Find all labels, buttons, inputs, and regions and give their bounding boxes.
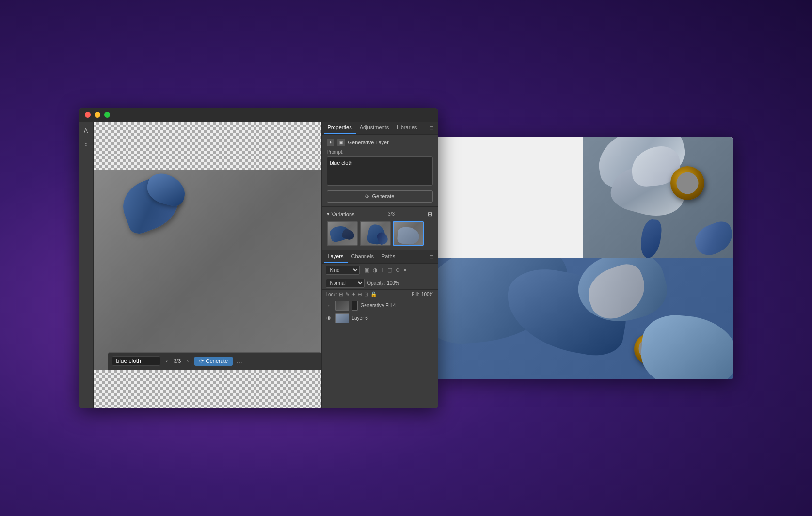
- close-button[interactable]: [85, 112, 91, 118]
- lock-row: Lock: ⊞ ✎ ✦ ⊕ ⊡ 🔒 Fill: 100%: [322, 290, 438, 299]
- shape-filter-icon[interactable]: ▢: [386, 266, 393, 274]
- layer-row-1[interactable]: ○ Generative Fill 4: [322, 299, 438, 312]
- layer-name-1: Generative Fill 4: [361, 303, 434, 308]
- opacity-value: 100%: [387, 281, 399, 286]
- image-top-right: [583, 137, 733, 258]
- prompt-label: Prompt:: [327, 149, 433, 155]
- generate-button[interactable]: ⟳ Generate: [327, 190, 433, 203]
- lock-all-icon[interactable]: ⊡: [364, 291, 368, 297]
- fill-label: Fill:: [412, 292, 419, 297]
- variation-thumb-3[interactable]: [393, 221, 424, 246]
- layer-thumb-1: [335, 301, 349, 311]
- layer-thumbnail-icon: ▣: [337, 139, 345, 146]
- lock-artboard-icon[interactable]: ⊕: [358, 291, 362, 297]
- tab-layers[interactable]: Layers: [324, 250, 348, 263]
- pixel-filter-icon[interactable]: ▣: [364, 266, 370, 274]
- right-panel: Properties Adjustments Libraries ≡ ✦ ▣ G…: [321, 122, 438, 408]
- generative-layer-title: Generative Layer: [348, 140, 389, 145]
- text-filter-icon[interactable]: T: [380, 266, 385, 274]
- generate-icon: ⟳: [199, 358, 204, 364]
- tab-channels[interactable]: Channels: [348, 250, 378, 263]
- lock-pixels-icon[interactable]: ⊞: [339, 291, 343, 297]
- generative-layer-header: ✦ ▣ Generative Layer Prompt: blue cloth …: [322, 135, 438, 207]
- fullscreen-button[interactable]: [104, 112, 110, 118]
- variations-row: [327, 221, 433, 246]
- smart-filter-icon[interactable]: ⊙: [395, 266, 401, 274]
- variation-thumb-2[interactable]: [360, 221, 391, 246]
- grid-view-icon[interactable]: ⊞: [428, 211, 432, 218]
- blend-mode-select[interactable]: Normal: [326, 279, 365, 288]
- generative-layer-icon: ✦: [327, 139, 334, 146]
- minimize-button[interactable]: [95, 112, 100, 118]
- layers-toolbar: Kind ▣ ◑ T ▢ ⊙ ●: [322, 264, 438, 277]
- layer-mask-1: [352, 301, 358, 311]
- variations-count: 3/3: [388, 211, 395, 217]
- canvas-prompt-input[interactable]: [112, 356, 160, 366]
- layer-name-2: Layer 6: [352, 315, 434, 321]
- lock-position-icon[interactable]: ✎: [345, 291, 350, 297]
- generate-icon: ⟳: [365, 193, 369, 200]
- image-top-left: [433, 137, 583, 258]
- adjustment-filter-icon[interactable]: ◑: [372, 266, 379, 274]
- tab-paths[interactable]: Paths: [378, 250, 399, 263]
- left-toolbar: A ↕: [79, 122, 94, 408]
- tab-adjustments[interactable]: Adjustments: [356, 122, 393, 134]
- blend-opacity-row: Normal Opacity: 100%: [322, 277, 438, 290]
- panel-menu-icon[interactable]: ≡: [428, 122, 435, 134]
- fill-value: 100%: [421, 292, 434, 297]
- variations-label: ▾ Variations: [327, 211, 355, 217]
- kind-filter-select[interactable]: Kind: [326, 266, 360, 275]
- opacity-label: Opacity:: [367, 281, 385, 286]
- lock-security-icon[interactable]: 🔒: [370, 291, 377, 297]
- layer-thumb-2: [335, 313, 349, 323]
- image-bottom: [433, 258, 733, 379]
- variation-counter: 3/3: [174, 358, 181, 364]
- titlebar: [79, 108, 438, 122]
- more-options-btn[interactable]: ...: [237, 357, 242, 365]
- lock-move-icon[interactable]: ✦: [351, 291, 356, 297]
- next-variation-btn[interactable]: ›: [185, 357, 191, 365]
- canvas-image: [94, 170, 321, 370]
- properties-tab-bar: Properties Adjustments Libraries ≡: [322, 122, 438, 135]
- canvas-generate-button[interactable]: ⟳ Generate: [194, 357, 233, 366]
- toggle-filter-icon[interactable]: ●: [402, 266, 408, 274]
- text-tool-icon[interactable]: A: [80, 125, 91, 136]
- variation-thumb-1[interactable]: [327, 221, 358, 246]
- layer-row-2[interactable]: 👁 Layer 6: [322, 312, 438, 325]
- canvas-transparent-bottom: [94, 370, 321, 408]
- tab-libraries[interactable]: Libraries: [393, 122, 421, 134]
- prev-variation-btn[interactable]: ‹: [164, 357, 170, 365]
- photoshop-window: A ↕: [79, 108, 438, 408]
- layers-tab-bar: Layers Channels Paths ≡: [322, 250, 438, 264]
- canvas-transparent-top: [94, 122, 321, 170]
- layers-panel-menu-icon[interactable]: ≡: [428, 251, 435, 263]
- lock-label: Lock:: [326, 292, 337, 297]
- tab-properties[interactable]: Properties: [324, 122, 356, 134]
- canvas-area: ‹ 3/3 › ⟳ Generate ...: [94, 122, 321, 408]
- variations-section: ▾ Variations 3/3 ⊞: [322, 207, 438, 250]
- move-tool-icon[interactable]: ↕: [80, 139, 91, 150]
- chevron-down-icon: ▾: [327, 211, 330, 217]
- visibility-toggle-2[interactable]: 👁: [326, 315, 333, 322]
- canvas-bottom-bar: ‹ 3/3 › ⟳ Generate ...: [108, 352, 321, 370]
- visibility-toggle-1[interactable]: ○: [326, 302, 333, 309]
- images-panel: [433, 137, 733, 379]
- prompt-textarea[interactable]: blue cloth: [327, 156, 433, 186]
